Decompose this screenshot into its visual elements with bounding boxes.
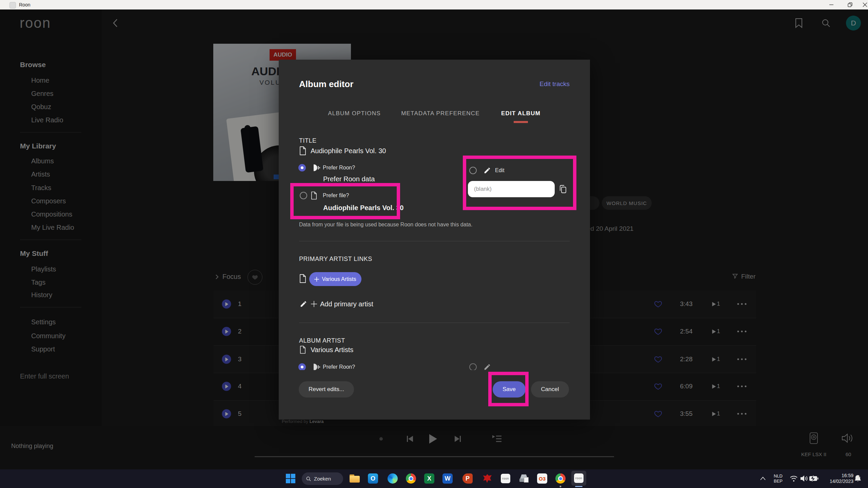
annotation-box-edit-field — [463, 156, 576, 210]
plus-icon — [311, 301, 317, 307]
active-app-underline — [575, 486, 583, 487]
album-artist-header: ALBUM ARTIST — [299, 337, 345, 344]
svg-text:z: z — [859, 475, 860, 478]
window-app-icon — [9, 2, 16, 8]
search-icon — [306, 476, 311, 482]
edit-radio-clipped[interactable] — [469, 363, 477, 370]
notification-bell-icon[interactable]: z — [854, 474, 862, 483]
tray-clock[interactable]: 16:59 14/02/2023 — [830, 473, 853, 484]
minimize-icon[interactable] — [829, 2, 834, 7]
running-indicator-dot — [560, 486, 561, 487]
restore-icon[interactable] — [848, 2, 852, 7]
edit-tracks-link[interactable]: Edit tracks — [539, 80, 570, 88]
section-divider — [299, 241, 570, 241]
add-primary-artist-button[interactable]: Add primary artist — [320, 300, 373, 308]
annotation-box-save — [488, 372, 529, 406]
active-tab-underline — [514, 121, 528, 123]
tray-time: 16:59 — [830, 473, 853, 479]
roon-data-icon — [312, 164, 320, 172]
chrome-running-icon[interactable] — [555, 473, 566, 484]
roon-data-icon — [312, 363, 320, 370]
prefer-roon-value: Prefer Roon data — [323, 175, 375, 183]
pencil-icon — [484, 363, 491, 370]
prefer-roon-radio-clipped[interactable] — [298, 363, 306, 370]
file-icon — [300, 346, 306, 354]
scanner-app-icon[interactable] — [519, 474, 529, 483]
window-title: Roon — [19, 2, 30, 7]
roon-active-icon[interactable]: roon — [571, 471, 586, 486]
roon-app-window: roon Browse Home Genres Qobuz Live Radio… — [0, 0, 868, 488]
language-indicator[interactable]: NLD BEP — [774, 473, 783, 484]
outlook-icon[interactable]: O — [368, 473, 378, 484]
windows-taskbar: Zoeken O X W P — [0, 469, 868, 488]
clipped-scroll-row: Prefer Roon? — [279, 361, 590, 370]
word-icon[interactable]: W — [442, 473, 453, 484]
album-artist-value: Various Artists — [311, 346, 353, 354]
roon-pinned-icon[interactable]: roon — [501, 474, 510, 483]
chrome-icon[interactable] — [406, 473, 416, 484]
section-divider — [299, 323, 570, 323]
taskbar-search[interactable]: Zoeken — [302, 472, 343, 485]
prefer-roon-label-clipped[interactable]: Prefer Roon? — [323, 364, 355, 370]
red-app-icon[interactable] — [483, 474, 492, 483]
tab-metadata-preference[interactable]: METADATA PREFERENCE — [401, 110, 480, 117]
album-editor-modal: Album editor Edit tracks ALBUM OPTIONS M… — [279, 60, 590, 420]
file-data-note: Data from your file is being used becaus… — [299, 222, 472, 228]
powerpoint-icon[interactable]: P — [462, 473, 473, 484]
tray-chevron-icon[interactable] — [760, 477, 766, 480]
tray-volume-icon[interactable] — [800, 475, 808, 482]
cancel-button[interactable]: Cancel — [531, 381, 569, 398]
start-button-icon[interactable] — [286, 474, 295, 483]
various-artists-chip[interactable]: Various Artists — [309, 272, 361, 286]
close-icon[interactable] — [863, 2, 867, 7]
window-titlebar: Roon — [0, 0, 868, 9]
file-title-value: Audiophile Pearls Vol. 30 — [311, 147, 386, 155]
primary-artist-header: PRIMARY ARTIST LINKS — [299, 256, 372, 263]
tray-date: 14/02/2023 — [830, 479, 853, 484]
prefer-roon-radio[interactable] — [298, 164, 306, 171]
excel-icon[interactable]: X — [424, 473, 434, 484]
file-explorer-icon[interactable] — [350, 474, 360, 483]
revert-edits-button[interactable]: Revert edits... — [299, 381, 354, 398]
plus-icon — [314, 277, 319, 282]
prefer-roon-label[interactable]: Prefer Roon? — [323, 165, 355, 171]
annotation-box-prefer-file — [290, 183, 400, 219]
tab-album-options[interactable]: ALBUM OPTIONS — [328, 110, 380, 117]
battery-icon[interactable] — [809, 475, 818, 482]
modal-title: Album editor — [299, 79, 353, 89]
file-icon — [299, 146, 306, 155]
edge-icon[interactable] — [388, 473, 398, 484]
pencil-icon — [300, 300, 307, 308]
file-icon — [299, 274, 306, 283]
o3-app-icon[interactable]: O3 — [537, 473, 547, 484]
title-section-header: TITLE — [299, 137, 317, 144]
tab-edit-album[interactable]: EDIT ALBUM — [501, 110, 540, 117]
wifi-icon[interactable] — [790, 475, 798, 482]
